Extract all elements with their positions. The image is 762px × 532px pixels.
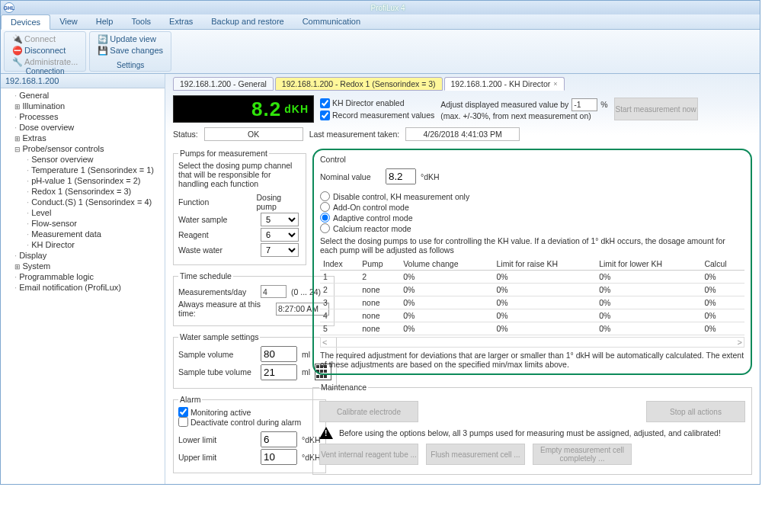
table-row[interactable]: 120%0%0%0% (320, 271, 744, 284)
doc-tab[interactable]: 192.168.1.200 - General (173, 77, 274, 91)
maintenance-fieldset: Maintenance Calibrate electrode Stop all… (312, 383, 752, 475)
adjust-hint: (max. +/-30%, from next measurement on) (440, 111, 607, 120)
disconnect-button[interactable]: ⛔Disconnect (9, 45, 81, 56)
adjust-value-spinner[interactable]: -1 (572, 98, 597, 111)
pumps-fieldset: Pumps for measurement Select the dosing … (173, 149, 306, 265)
tree-item[interactable]: Illumination (1, 101, 165, 111)
vent-tube-button[interactable]: Vent internal reagent tube ... (319, 444, 418, 465)
tree-item[interactable]: Programmable logic (1, 271, 165, 282)
tree-item[interactable]: Sensor overview (1, 154, 165, 165)
control-panel: Control Nominal value°dKH Disable contro… (312, 149, 752, 375)
last-measurement-value: 4/26/2018 4:41:03 PM (405, 127, 520, 141)
last-measurement-label: Last measurement taken: (309, 130, 399, 139)
tree-item[interactable]: Processes (1, 111, 165, 122)
menu-extras[interactable]: Extras (160, 14, 202, 29)
record-values-checkbox[interactable]: Record measurement values (320, 111, 434, 120)
deactivate-control-checkbox[interactable]: Deactivate control during alarm (178, 417, 321, 427)
dosing-pump-select[interactable]: 7 (261, 243, 299, 257)
tree-item[interactable]: General (1, 90, 165, 101)
lower-limit-input[interactable] (261, 431, 297, 447)
schedule-fieldset: Time schedule Measurements/day 4 (0 ... … (173, 271, 335, 326)
tree-item[interactable]: Probe/sensor controls (1, 143, 165, 154)
dosing-pump-select[interactable]: 6 (261, 228, 299, 242)
app-logo-icon: GHL (4, 2, 14, 13)
status-value: OK (204, 127, 303, 141)
start-measurement-button[interactable]: Start measurement now (614, 98, 698, 120)
tree-item[interactable]: Conduct.(S) 1 (Sensorindex = 4) (1, 197, 165, 207)
ribbon-group-settings: Settings (94, 61, 166, 69)
menu-help[interactable]: Help (87, 14, 123, 29)
control-table: IndexPumpVolume changeLimit for raise KH… (320, 258, 744, 335)
radio-disable[interactable]: Disable control, KH measurement only (320, 191, 744, 201)
table-row[interactable]: 2none0%0%0%0% (320, 284, 744, 296)
menu-bar: Devices View Help Tools Extras Backup an… (1, 14, 760, 30)
table-row[interactable]: 5none0%0%0%0% (320, 322, 744, 335)
radio-addon[interactable]: Add-On control mode (320, 202, 744, 212)
table-row[interactable]: 3none0%0%0%0% (320, 296, 744, 309)
sample-volume-input[interactable] (261, 346, 297, 362)
doc-tab[interactable]: 192.168.1.200 - Redox 1 (Sensorindex = 3… (275, 77, 443, 91)
administrate-button[interactable]: 🔧Administrate... (9, 56, 81, 67)
kh-enabled-checkbox[interactable]: KH Director enabled (320, 98, 434, 108)
empty-cell-button[interactable]: Empty measurement cell completely ... (533, 444, 632, 465)
save-icon: 💾 (98, 46, 107, 55)
tree-item[interactable]: Measurement data (1, 229, 165, 239)
menu-devices[interactable]: Devices (1, 14, 50, 30)
tree-item[interactable]: Dose overview (1, 122, 165, 133)
menu-view[interactable]: View (50, 14, 87, 29)
wrench-icon: 🔧 (12, 57, 21, 66)
nominal-value-input[interactable] (386, 168, 416, 184)
unplug-icon: ⛔ (12, 46, 21, 55)
flush-cell-button[interactable]: Flush measurement cell ... (426, 444, 525, 465)
adjust-label: Adjust displayed measured value by (440, 100, 568, 109)
status-label: Status: (173, 130, 198, 139)
menu-communication[interactable]: Communication (293, 14, 370, 29)
tree-item[interactable]: Level (1, 207, 165, 218)
refresh-icon: 🔄 (98, 34, 107, 43)
radio-calcium[interactable]: Calcium reactor mode (320, 223, 744, 233)
stop-actions-button[interactable]: Stop all actions (646, 401, 745, 422)
tree-item[interactable]: Flow-sensor (1, 218, 165, 229)
calibrate-button[interactable]: Calibrate electrode (319, 401, 418, 422)
menu-tools[interactable]: Tools (122, 14, 160, 29)
alarm-fieldset: Alarm Monitoring active Deactivate contr… (173, 395, 326, 473)
plug-icon: 🔌 (12, 34, 21, 43)
tree-item[interactable]: Display (1, 250, 165, 261)
save-changes-button[interactable]: 💾Save changes (94, 45, 166, 56)
device-tree: GeneralIlluminationProcessesDose overvie… (1, 88, 165, 294)
tree-item[interactable]: Email notification (ProfiLux) (1, 282, 165, 293)
tree-item[interactable]: Redox 1 (Sensorindex = 3) (1, 186, 165, 197)
measurements-day-spinner[interactable]: 4 (261, 285, 287, 298)
tree-item[interactable]: Temperature 1 (Sensorindex = 1) (1, 165, 165, 175)
table-scrollbar[interactable]: <> (320, 337, 744, 348)
document-tabs: 192.168.1.200 - General192.168.1.200 - R… (173, 77, 752, 91)
tree-item[interactable]: KH Director (1, 239, 165, 250)
tube-volume-input[interactable] (261, 364, 297, 380)
radio-adaptive[interactable]: Adaptive control mode (320, 213, 744, 223)
update-view-button[interactable]: 🔄Update view (94, 34, 166, 44)
app-title: ProfiLux 4 (370, 4, 405, 12)
kh-lcd-display: 8.2dKH (173, 95, 314, 123)
close-icon[interactable]: × (553, 80, 557, 88)
connect-button[interactable]: 🔌Connect (9, 34, 81, 44)
menu-backup[interactable]: Backup and restore (202, 14, 293, 29)
tree-item[interactable]: System (1, 261, 165, 271)
doc-tab[interactable]: 192.168.1.200 - KH Director× (444, 77, 565, 91)
upper-limit-input[interactable] (261, 449, 297, 465)
ribbon: 🔌Connect ⛔Disconnect 🔧Administrate... Co… (1, 30, 760, 74)
title-bar: GHL ProfiLux 4 (1, 1, 760, 14)
tree-item[interactable]: pH-value 1 (Sensorindex = 2) (1, 175, 165, 186)
warning-icon (319, 427, 333, 439)
tree-item[interactable]: Extras (1, 133, 165, 143)
dosing-pump-select[interactable]: 5 (261, 213, 299, 226)
table-row[interactable]: 4none0%0%0%0% (320, 309, 744, 322)
monitoring-active-checkbox[interactable]: Monitoring active (178, 407, 321, 417)
tree-header[interactable]: 192.168.1.200 (1, 74, 165, 88)
